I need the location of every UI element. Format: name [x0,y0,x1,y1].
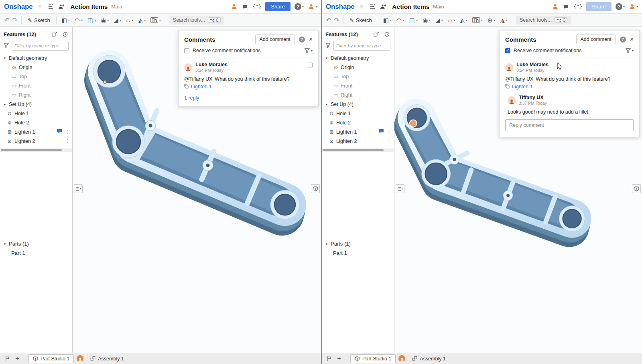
rollback-handle-icon[interactable]: ⋮ [65,138,69,144]
sweep-tool-button[interactable]: ◫▾ [85,16,98,24]
workspace-name[interactable]: Main [111,4,122,10]
tree-group-set-up[interactable]: ▸Set Up (4) [322,100,394,109]
tab-part-studio-1[interactable]: Part Studio 1 [350,354,396,363]
rollback-handle-icon[interactable]: ⋮ [387,129,391,134]
tree-item-origin[interactable]: ⊙Origin [0,63,72,72]
share-button[interactable]: Share [586,2,612,11]
tab-part-studio-1[interactable]: Part Studio 1 [28,354,74,363]
manage-tabs-icon[interactable] [4,355,11,363]
share-users-icon[interactable] [380,3,387,11]
sketch-button[interactable]: ✎ Sketch [346,16,375,24]
help-menu[interactable]: ? ▾ [616,3,625,10]
rollback-history-icon[interactable] [61,30,69,38]
tree-group-set-up[interactable]: ▸Set Up (4) [0,100,72,109]
share-button[interactable]: Share [265,2,291,11]
versions-icon[interactable] [47,3,54,11]
pattern-tool-button[interactable]: ◮▾ [498,16,510,24]
tree-item-part-1[interactable]: Part 1 [0,248,72,258]
comment-bubble-icon[interactable] [57,129,62,135]
revolve-tool-button[interactable]: ◠▾ [73,16,85,24]
onshape-logo[interactable]: Onshape [4,3,33,11]
chevron-down-icon[interactable]: ▾ [3,56,7,60]
filter-funnel-icon[interactable] [4,43,9,49]
add-tab-button[interactable]: + [14,355,21,363]
view-cube-button[interactable] [632,184,641,193]
plane-tool-button[interactable]: ▱▾ [124,16,136,24]
close-icon[interactable]: × [630,36,634,43]
workspace-name[interactable]: Main [433,4,444,10]
account-menu[interactable]: ▾ [629,3,638,10]
tree-item-top[interactable]: ▭Top [322,72,394,81]
draft-tool-button[interactable]: ◢▾ [433,16,445,24]
revolve-tool-button[interactable]: ◠▾ [394,16,406,24]
chevron-down-icon[interactable]: ▾ [325,242,329,246]
chevron-right-icon[interactable]: ▸ [325,102,329,106]
thread-tool-button[interactable]: Th▾ [148,16,163,24]
sketch-button[interactable]: ✎ Sketch [24,16,53,24]
tree-item-lighten-1[interactable]: ⊠Lighten 1 ⋮ [322,127,394,136]
features-horizontal-scrollbar[interactable] [322,148,394,152]
collaborator-avatar[interactable] [231,3,238,10]
tree-item-lighten-2[interactable]: ⊠Lighten 2 ⋮ [322,136,394,146]
sweep-tool-button[interactable]: ◫▾ [407,16,420,24]
tree-group-default-geometry[interactable]: ▾Default geometry [322,53,394,63]
replies-link[interactable]: 1 reply [184,95,199,101]
comments-filter[interactable]: ▾ [305,48,313,53]
hamburger-menu-icon[interactable]: ≡ [358,3,365,11]
rollback-handle-icon[interactable]: ⋮ [387,138,391,144]
notifications-checkbox[interactable] [505,48,510,53]
scrollbar-thumb[interactable] [323,149,384,151]
tree-item-hole-2[interactable]: ⊚Hole 2 [0,118,72,127]
search-tools-box[interactable]: Search tools... ⌥ C [516,16,571,24]
boolean-tool-button[interactable]: ◉▾ [421,16,433,24]
rollback-handle-icon[interactable]: ⋮ [65,129,69,134]
features-filter-input[interactable] [12,41,69,51]
onshape-logo[interactable]: Onshape [326,3,354,11]
features-filter-input[interactable] [333,41,390,51]
manage-tabs-icon[interactable] [325,355,333,363]
plane-tool-button[interactable]: ▱▾ [446,16,457,24]
features-panel-toggle-button[interactable] [396,184,404,193]
tree-item-origin[interactable]: ⊙Origin [322,63,394,72]
tab-assembly-1[interactable]: Assembly 1 [86,354,128,363]
resolve-checkbox[interactable] [308,63,313,67]
comments-help-icon[interactable]: ? [620,37,626,43]
tree-item-lighten-1[interactable]: ⊠Lighten 1 ⋮ [0,127,72,136]
collaborator-avatar[interactable] [552,3,559,10]
hamburger-menu-icon[interactable]: ≡ [36,3,43,11]
model-canvas[interactable]: Comments Add comment ? × Receive comment… [394,27,642,353]
undo-button[interactable]: ↶ [3,16,10,24]
transform-tool-button[interactable]: ⊕▾ [486,16,498,24]
featurescript-icon[interactable]: {^} [253,4,262,10]
thread-tool-button[interactable]: Th▾ [470,16,485,24]
add-tab-button[interactable]: + [335,355,343,363]
tree-group-parts[interactable]: ▾Parts (1) [0,239,72,248]
close-icon[interactable]: × [309,36,313,43]
comment-feature-tag[interactable]: Lighten 1 [184,84,313,89]
mention-link[interactable]: @Tiffany UX [505,76,533,82]
add-comment-button[interactable]: Add comment [255,35,295,44]
tree-item-right[interactable]: ▭Right [0,90,72,100]
split-tool-button[interactable]: ◭▾ [458,16,469,24]
tree-item-front[interactable]: ▭Front [0,81,72,90]
comments-toolbar-icon[interactable] [563,3,570,11]
tree-item-part-1[interactable]: Part 1 [322,248,394,258]
chevron-right-icon[interactable]: ▸ [3,102,7,106]
redo-button[interactable]: ↷ [11,16,18,24]
versions-icon[interactable] [369,3,376,11]
chevron-down-icon[interactable]: ▾ [3,242,7,246]
featurescript-icon[interactable]: {^} [574,4,583,10]
comment-feature-tag[interactable]: Lighten 1 [505,84,634,89]
features-horizontal-scrollbar[interactable] [0,148,72,152]
tree-item-hole-2[interactable]: ⊚Hole 2 [322,118,394,127]
rollback-history-icon[interactable] [383,30,390,38]
notifications-checkbox[interactable] [184,48,189,53]
help-menu[interactable]: ? ▾ [295,3,304,10]
tree-group-default-geometry[interactable]: ▾Default geometry [0,53,72,63]
share-users-icon[interactable] [58,3,65,11]
redo-button[interactable]: ↷ [333,16,340,24]
comments-toolbar-icon[interactable] [242,3,249,11]
boolean-tool-button[interactable]: ◉▾ [99,16,111,24]
tab-assembly-1[interactable]: Assembly 1 [408,354,450,363]
features-panel-toggle-button[interactable] [74,184,83,193]
